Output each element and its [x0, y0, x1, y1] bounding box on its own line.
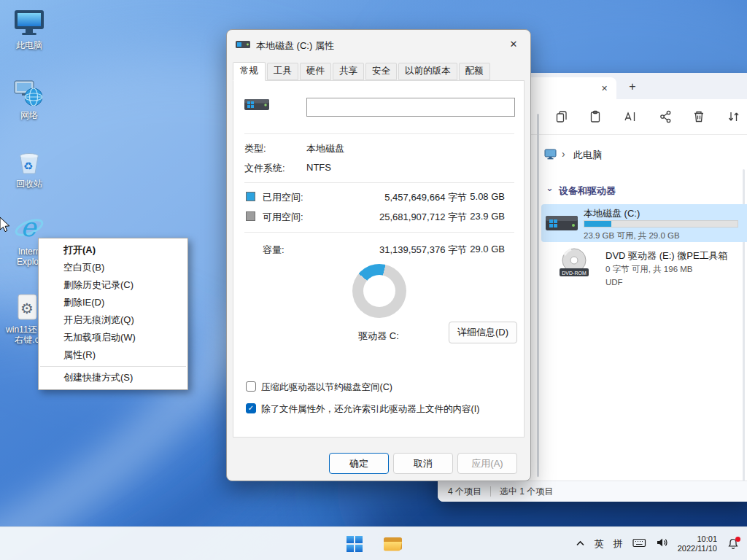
item-count: 4 个项目 [448, 486, 481, 498]
start-button[interactable] [341, 531, 368, 557]
menu-item-delete-history[interactable]: 删除历史记录(C) [39, 276, 187, 294]
capacity-size: 29.0 GB [461, 244, 505, 254]
breadcrumb[interactable]: 此电脑 [573, 149, 602, 162]
taskbar: 英 拼 10:01 2022/11/10 [0, 526, 747, 560]
tab-quota[interactable]: 配额 [459, 63, 490, 80]
disc-label: DVD-ROM [562, 271, 587, 276]
drive-item-c[interactable]: 本地磁盘 (C:) 23.9 GB 可用, 共 29.0 GB [541, 204, 747, 242]
cancel-button[interactable]: 取消 [393, 453, 453, 474]
drive-free-space: 0 字节 可用, 共 196 MB [605, 264, 693, 275]
folder-icon [383, 536, 403, 553]
ok-button[interactable]: 确定 [329, 453, 389, 474]
tab-general[interactable]: 常规 [233, 62, 266, 81]
volume-label-input[interactable] [306, 98, 515, 117]
tab-close-button[interactable]: ✕ [598, 82, 611, 95]
menu-item-inprivate[interactable]: 开启无痕浏览(Q) [39, 311, 187, 329]
tab-sharing[interactable]: 共享 [333, 63, 364, 80]
type-label: 类型: [244, 142, 266, 155]
tab-hardware[interactable]: 硬件 [300, 63, 331, 80]
free-space-bytes: 25,681,907,712 字节 [379, 211, 467, 224]
donut-hole [363, 275, 395, 307]
drive-item-dvd[interactable]: DVD-ROM DVD 驱动器 (E:) 微PE工具箱 0 字节 可用, 共 1… [541, 246, 747, 292]
close-icon: ✕ [510, 39, 518, 50]
dvd-drive-icon: DVD-ROM [559, 246, 589, 281]
divider [244, 182, 514, 183]
divider [244, 232, 514, 233]
touch-keyboard-icon[interactable] [632, 537, 646, 551]
nav-pane-scrollbar[interactable] [537, 114, 539, 477]
menu-item-no-addons[interactable]: 无加载项启动(W) [39, 329, 187, 346]
desktop-icon-this-pc[interactable]: 此电脑 [6, 7, 53, 50]
free-space-swatch [246, 211, 255, 221]
general-tab-page: 类型: 本地磁盘 文件系统: NTFS 已用空间: 5,457,649,664 … [233, 80, 525, 438]
tray-clock[interactable]: 10:01 2022/11/10 [678, 534, 717, 553]
drive-free-space: 23.9 GB 可用, 共 29.0 GB [584, 230, 680, 241]
svg-text:⚙: ⚙ [20, 300, 34, 316]
filesystem-value: NTFS [306, 162, 331, 173]
menu-separator [40, 366, 186, 367]
dialog-checkbox[interactable] [246, 403, 256, 413]
paste-icon[interactable] [588, 109, 603, 124]
tray-time: 10:01 [678, 534, 717, 544]
group-header-devices-drives[interactable]: 设备和驱动器 [559, 184, 616, 198]
used-space-bytes: 5,457,649,664 字节 [384, 191, 467, 204]
apply-button[interactable]: 应用(A) [457, 453, 517, 474]
plus-icon: + [629, 80, 635, 93]
desktop-icon-recycle-bin[interactable]: ♻ 回收站 [6, 146, 53, 189]
tab-previous-versions[interactable]: 以前的版本 [398, 63, 457, 80]
tab-security[interactable]: 安全 [365, 63, 397, 80]
icon-label: 回收站 [6, 179, 53, 189]
tray-expand-chevron-icon[interactable] [576, 537, 585, 551]
close-button[interactable]: ✕ [497, 30, 530, 58]
free-space-size: 23.9 GB [461, 211, 505, 222]
capacity-donut-chart [352, 264, 406, 318]
hard-drive-icon [546, 210, 578, 239]
group-collapse-chevron-icon[interactable]: ⌄ [546, 182, 554, 193]
drive-name: DVD 驱动器 (E:) 微PE工具箱 [605, 249, 728, 262]
drive-icon [236, 39, 250, 52]
sort-icon[interactable] [727, 109, 741, 124]
notification-icon[interactable] [727, 537, 740, 551]
volume-icon[interactable] [656, 537, 668, 551]
menu-item-open[interactable]: 打开(A) [39, 241, 187, 259]
svg-text:♻: ♻ [23, 160, 33, 172]
breadcrumb-chevron-icon: › [562, 148, 565, 160]
icon-label: 此电脑 [6, 40, 53, 50]
menu-item-blank-page[interactable]: 空白页(B) [39, 259, 187, 276]
disk-properties-dialog: 本地磁盘 (C:) 属性 ✕ 常规 工具 硬件 共享 安全 以前的版本 配额 类… [226, 29, 531, 481]
disk-usage-fill [584, 221, 611, 227]
copy-icon[interactable] [554, 109, 569, 124]
dialog-checkbox[interactable] [246, 381, 256, 392]
compress-checkbox-label[interactable]: 压缩此驱动器以节约磁盘空间(C) [261, 381, 392, 394]
capacity-bytes: 31,139,557,376 字节 [379, 244, 467, 257]
capacity-label: 容量: [263, 244, 285, 257]
menu-item-properties[interactable]: 属性(R) [39, 346, 187, 364]
ime-language-en[interactable]: 英 [595, 537, 604, 551]
file-explorer-taskbar-button[interactable] [379, 531, 406, 557]
rename-icon[interactable] [623, 109, 638, 124]
context-menu: 打开(A) 空白页(B) 删除历史记录(C) 删除IE(D) 开启无痕浏览(Q)… [38, 238, 188, 390]
delete-icon[interactable] [692, 109, 706, 124]
menu-item-create-shortcut[interactable]: 创建快捷方式(S) [39, 369, 187, 386]
new-tab-button[interactable]: + [624, 79, 640, 95]
filesystem-label: 文件系统: [244, 162, 285, 175]
this-pc-icon [6, 7, 53, 38]
windows-logo-icon [347, 536, 363, 552]
desktop-icon-network[interactable]: 网络 [6, 77, 53, 120]
used-space-swatch [246, 192, 255, 201]
menu-item-delete-ie[interactable]: 删除IE(D) [39, 294, 187, 311]
used-space-size: 5.08 GB [461, 191, 505, 202]
disk-usage-bar [584, 220, 738, 228]
details-button[interactable]: 详细信息(D) [449, 322, 517, 343]
tray-date: 2022/11/10 [678, 544, 717, 553]
tab-bar: 常规 工具 硬件 共享 安全 以前的版本 配额 [233, 65, 492, 80]
share-icon[interactable] [658, 109, 673, 124]
icon-label: 网络 [6, 110, 53, 120]
close-icon: ✕ [601, 84, 608, 93]
index-checkbox-label[interactable]: 除了文件属性外，还允许索引此驱动器上文件的内容(I) [261, 403, 479, 416]
ime-language-pinyin[interactable]: 拼 [614, 537, 623, 551]
tab-tools[interactable]: 工具 [267, 63, 298, 80]
divider [244, 133, 514, 134]
status-bar: 4 个项目 选中 1 个项目 [438, 481, 747, 502]
used-space-label: 已用空间: [263, 191, 303, 204]
